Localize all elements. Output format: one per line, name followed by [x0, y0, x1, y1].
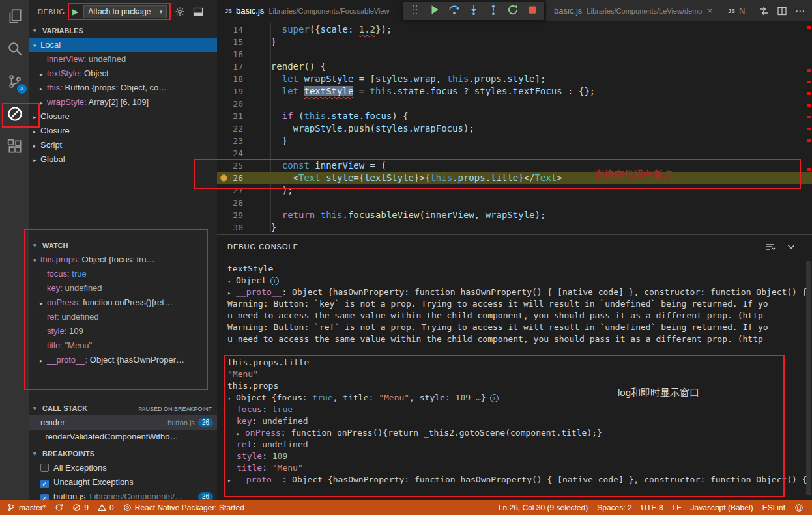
- console-line[interactable]: ▸onPress: function onPress(){return _thi…: [217, 427, 812, 439]
- callstack-section-header[interactable]: ▾CALL STACKPAUSED ON BREAKPOINT: [29, 401, 217, 415]
- status-errors[interactable]: 9: [68, 500, 93, 515]
- code-line[interactable]: 25 const innerView = (: [217, 160, 812, 172]
- watch-row[interactable]: focus: true: [29, 267, 217, 281]
- line-number[interactable]: 27: [217, 184, 243, 197]
- line-number[interactable]: 20: [217, 98, 243, 110]
- breakpoint-row[interactable]: ✓button.jsLibraries/Components/…26: [29, 490, 217, 500]
- code-line[interactable]: 23 }: [217, 135, 812, 147]
- status-git-branch[interactable]: master*: [3, 500, 50, 515]
- line-number[interactable]: 16: [217, 48, 243, 61]
- code-line[interactable]: 20: [217, 98, 812, 110]
- variable-row[interactable]: ▾Local: [29, 38, 217, 52]
- line-number[interactable]: 18: [217, 73, 243, 85]
- watch-row[interactable]: ▸__proto__: Object {hasOwnProper…: [29, 353, 217, 367]
- code-line[interactable]: 21 if (this.state.focus) {: [217, 110, 812, 122]
- code-line[interactable]: 30 }: [217, 221, 812, 234]
- line-number[interactable]: 15: [217, 36, 243, 48]
- status-warnings[interactable]: 0: [93, 500, 119, 515]
- console-line[interactable]: style: 109: [217, 451, 812, 462]
- console-line[interactable]: Warning: Button: `key` is not a prop. Tr…: [217, 298, 812, 310]
- console-line[interactable]: u need to access the same value within t…: [217, 310, 812, 322]
- console-filter-icon[interactable]: [765, 242, 776, 252]
- twistie-icon[interactable]: ▸: [227, 475, 236, 486]
- console-line[interactable]: ▸__proto__: Object {hasOwnProperty: func…: [217, 474, 812, 486]
- variable-row[interactable]: ▸Script: [29, 138, 217, 152]
- status-language-mode[interactable]: Javascript (Babel): [686, 500, 758, 515]
- open-changes-icon[interactable]: [759, 6, 769, 16]
- console-line[interactable]: title: "Menu": [217, 462, 812, 474]
- watch-section-header[interactable]: ▾WATCH: [29, 238, 217, 253]
- variable-row[interactable]: ▸this: Button {props: Object, co…: [29, 81, 217, 95]
- console-line[interactable]: key: undefined: [217, 415, 812, 427]
- watch-row[interactable]: title: "Menu": [29, 339, 217, 353]
- console-line[interactable]: ▾Objecti: [217, 275, 812, 286]
- watch-row[interactable]: ref: undefined: [29, 310, 217, 324]
- twistie-icon[interactable]: ▾: [227, 275, 236, 286]
- overview-ruler[interactable]: [807, 21, 811, 234]
- status-eol[interactable]: LF: [668, 500, 686, 515]
- console-line[interactable]: [217, 345, 812, 357]
- console-line[interactable]: ▸__proto__: Object {hasOwnProperty: func…: [217, 286, 812, 298]
- watch-row[interactable]: key: undefined: [29, 281, 217, 296]
- watch-row[interactable]: ▸onPress: function onPress(){ret…: [29, 296, 217, 310]
- code-editor[interactable]: 14 super({scale: 1.2});15 }1617 render()…: [217, 21, 812, 234]
- breakpoints-section-header[interactable]: ▾BREAKPOINTS: [29, 447, 217, 461]
- variable-row[interactable]: ▸wrapStyle: Array[2] [6, 109]: [29, 95, 217, 109]
- callstack-frame[interactable]: renderbutton.js26: [29, 415, 217, 430]
- debug-console-output[interactable]: textStyle▾Objecti▸__proto__: Object {has…: [217, 258, 812, 500]
- step-over-button[interactable]: [445, 3, 463, 19]
- breakpoint-checkbox[interactable]: ✓: [40, 480, 49, 488]
- debug-icon[interactable]: [0, 98, 29, 130]
- code-line[interactable]: 17 render() {: [217, 61, 812, 73]
- code-line[interactable]: 27 );: [217, 184, 812, 197]
- code-line[interactable]: 19 let textStyle = this.state.focus ? st…: [217, 85, 812, 98]
- split-editor-icon[interactable]: [777, 6, 787, 16]
- line-number[interactable]: 17: [217, 61, 243, 73]
- console-line[interactable]: textStyle: [217, 263, 812, 275]
- status-packager[interactable]: React Native Packager: Started: [119, 500, 249, 515]
- code-line[interactable]: 14 super({scale: 1.2});: [217, 23, 812, 36]
- variable-row[interactable]: innerView: undefined: [29, 52, 217, 66]
- status-indentation[interactable]: Spaces: 2: [592, 500, 636, 515]
- code-line[interactable]: 15 }: [217, 36, 812, 48]
- breakpoint-row[interactable]: ✓Uncaught Exceptions: [29, 475, 217, 490]
- twistie-icon[interactable]: ▾: [227, 393, 236, 404]
- console-line[interactable]: "Menu": [217, 369, 812, 380]
- variable-row[interactable]: ▸textStyle: Object: [29, 66, 217, 81]
- twistie-icon[interactable]: ▸: [237, 428, 245, 439]
- debug-start-icon[interactable]: ▶: [72, 7, 78, 16]
- line-number[interactable]: 19: [217, 85, 243, 98]
- breakpoint-row[interactable]: All Exceptions: [29, 461, 217, 475]
- variables-section-header[interactable]: ▾VARIABLES: [29, 23, 217, 38]
- console-line[interactable]: ref: undefined: [217, 439, 812, 451]
- console-line[interactable]: u need to access the same value within t…: [217, 333, 812, 345]
- console-line[interactable]: ▾Object {focus: true, title: "Menu", sty…: [217, 392, 812, 404]
- info-icon[interactable]: i: [270, 277, 279, 285]
- search-icon[interactable]: [0, 33, 29, 65]
- line-number[interactable]: 28: [217, 197, 243, 209]
- debug-config-dropdown[interactable]: Attach to package ▾: [83, 5, 167, 18]
- drag-handle[interactable]: [406, 3, 424, 19]
- step-into-button[interactable]: [465, 3, 482, 19]
- code-line[interactable]: 29 return this.focusableView(innerView, …: [217, 209, 812, 221]
- console-line[interactable]: Warning: Button: `ref` is not a prop. Tr…: [217, 322, 812, 333]
- stop-button[interactable]: [523, 3, 541, 19]
- console-line[interactable]: focus: true: [217, 404, 812, 415]
- tab-debug-console[interactable]: DEBUG CONSOLE: [227, 243, 298, 251]
- restart-button[interactable]: [504, 3, 521, 19]
- line-number[interactable]: 29: [217, 209, 243, 221]
- more-actions-icon[interactable]: ⋯: [795, 5, 805, 17]
- status-eslint[interactable]: ESLint: [758, 500, 790, 515]
- chevron-down-icon[interactable]: [786, 242, 796, 252]
- code-line[interactable]: 24: [217, 147, 812, 160]
- variable-row[interactable]: ▸Closure: [29, 124, 217, 138]
- watch-row[interactable]: ▾this.props: Object {focus: tru…: [29, 253, 217, 267]
- files-icon[interactable]: [0, 0, 29, 33]
- twistie-icon[interactable]: ▸: [227, 287, 236, 298]
- console-scrollbar[interactable]: [806, 261, 811, 495]
- callstack-frame[interactable]: _renderValidatedComponentWitho…: [29, 430, 217, 444]
- breakpoint-checkbox[interactable]: [40, 464, 49, 472]
- code-line[interactable]: 18 let wrapStyle = [styles.wrap, this.pr…: [217, 73, 812, 85]
- status-cursor-position[interactable]: Ln 26, Col 30 (9 selected): [494, 500, 592, 515]
- toggle-debug-console-icon[interactable]: [193, 7, 203, 17]
